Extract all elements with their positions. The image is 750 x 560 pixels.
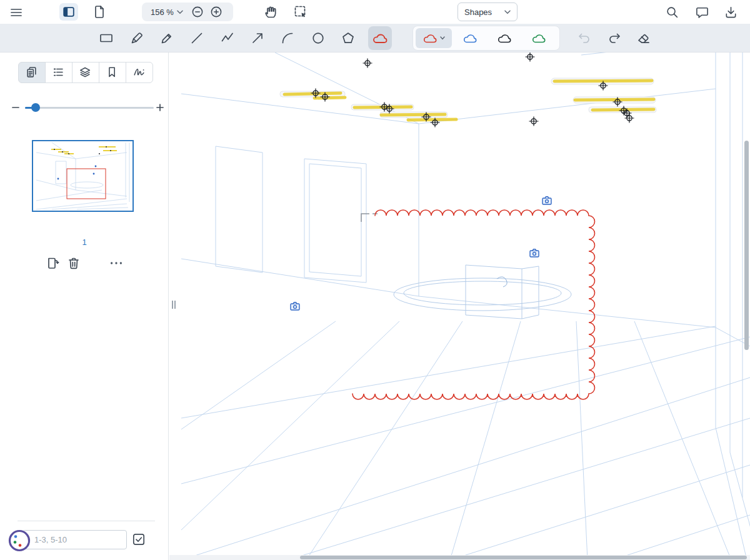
plus-icon — [155, 102, 165, 112]
thumbnail-zoom-in[interactable] — [155, 102, 165, 112]
page-range-input[interactable] — [22, 530, 127, 549]
search-button[interactable] — [665, 5, 679, 19]
tab-pages[interactable] — [18, 62, 46, 83]
arrow-icon — [250, 31, 265, 46]
bookmark-icon — [106, 66, 119, 79]
tab-layers[interactable] — [72, 62, 99, 83]
ellipsis-icon — [109, 256, 124, 271]
shapes-dropdown-label: Shapes — [464, 8, 492, 17]
ellipse-icon — [311, 31, 326, 46]
undo-button[interactable] — [576, 29, 593, 47]
more-options-button[interactable] — [109, 256, 124, 271]
document-icon — [92, 4, 107, 19]
cloud-color-red-button[interactable] — [416, 28, 452, 48]
tool-highlighter-button[interactable] — [156, 27, 178, 49]
page-thumbnail[interactable] — [32, 140, 134, 212]
tool-polygon-button[interactable] — [337, 27, 359, 49]
highlight-annotations[interactable] — [284, 81, 654, 120]
chevron-down-icon — [440, 36, 445, 40]
camera-annotations[interactable] — [291, 197, 551, 310]
rotate-page-icon — [45, 256, 60, 271]
pan-tool-button[interactable] — [263, 4, 278, 19]
trash-icon — [66, 256, 81, 271]
pan-hand-icon — [263, 4, 278, 19]
cloud-icon — [372, 32, 388, 44]
checkbox-check-icon — [131, 532, 146, 547]
cloud-color-green-button[interactable] — [522, 28, 555, 48]
comments-button[interactable] — [695, 5, 709, 19]
zoom-level-dropdown[interactable]: 156 % — [146, 8, 188, 17]
arc-icon — [280, 31, 295, 46]
tab-outline[interactable] — [45, 62, 72, 83]
tab-bookmarks[interactable] — [99, 62, 126, 83]
cloud-black-icon — [497, 33, 512, 44]
cad-wireframe — [181, 52, 750, 560]
marquee-select-icon — [293, 4, 308, 19]
color-palette-button[interactable] — [6, 528, 32, 554]
pen-icon — [129, 31, 144, 46]
tool-pen-button[interactable] — [126, 27, 148, 49]
zoom-in-button[interactable] — [207, 2, 226, 21]
menu-icon — [9, 5, 24, 20]
vertical-scrollbar-thumb[interactable] — [744, 141, 749, 350]
minus-icon — [11, 102, 21, 112]
palette-icon — [6, 528, 32, 554]
page-number-label: 1 — [0, 238, 169, 247]
horizontal-scrollbar-track[interactable] — [169, 555, 750, 560]
cloud-color-blue-button[interactable] — [454, 28, 486, 48]
search-icon — [665, 5, 679, 19]
zoom-out-icon — [191, 5, 204, 19]
cloud-blue-icon — [462, 33, 478, 44]
top-toolbar: 156 % Shapes — [0, 0, 750, 24]
polyline-icon — [220, 31, 235, 46]
tool-polyline-button[interactable] — [216, 27, 239, 49]
ink-signature-icon — [132, 66, 146, 79]
redo-icon — [607, 31, 622, 46]
delete-page-button[interactable] — [66, 256, 81, 271]
rectangle-icon — [99, 31, 114, 46]
pages-icon — [25, 66, 39, 79]
eraser-button[interactable] — [635, 29, 652, 47]
shapes-dropdown[interactable]: Shapes — [458, 2, 518, 21]
download-button[interactable] — [724, 5, 738, 19]
rotate-page-button[interactable] — [45, 256, 60, 271]
document-page — [181, 52, 750, 560]
tab-ink[interactable] — [126, 62, 153, 83]
left-sidebar: 1 — [0, 52, 169, 560]
cloud-green-icon — [531, 33, 546, 44]
shapes-toolbar — [0, 24, 750, 52]
thumbnail-zoom-out[interactable] — [11, 102, 21, 112]
sidebar-toggle-button[interactable] — [59, 3, 78, 21]
tool-arrow-button[interactable] — [246, 27, 269, 49]
zoom-in-icon — [209, 5, 223, 19]
zoom-level-value: 156 % — [151, 8, 174, 17]
tool-arc-button[interactable] — [276, 27, 299, 49]
horizontal-scrollbar-thumb[interactable] — [300, 556, 747, 559]
main-menu-button[interactable] — [9, 5, 24, 20]
download-icon — [724, 5, 738, 19]
cloud-red-icon — [422, 33, 438, 44]
chevron-down-icon — [177, 10, 183, 14]
outline-list-icon — [52, 66, 66, 79]
line-icon — [189, 31, 204, 46]
marquee-select-button[interactable] — [293, 4, 308, 19]
tool-ellipse-button[interactable] — [307, 27, 329, 49]
slider-knob[interactable] — [31, 103, 40, 112]
redo-button[interactable] — [606, 29, 623, 47]
sidebar-divider — [18, 521, 155, 521]
eraser-icon — [636, 31, 651, 46]
sidebar-resize-handle[interactable] — [172, 301, 176, 309]
zoom-out-button[interactable] — [188, 2, 207, 21]
pdf-annotation-app: 156 % Shapes — [0, 0, 750, 560]
thumbnail-size-slider[interactable] — [25, 107, 154, 109]
tool-cloud-button-selected[interactable] — [368, 26, 392, 50]
tool-rectangle-button[interactable] — [95, 27, 118, 49]
chevron-down-icon — [504, 10, 511, 14]
document-canvas[interactable] — [169, 52, 750, 560]
undo-icon — [577, 31, 592, 46]
cloud-color-black-button[interactable] — [488, 28, 521, 48]
apply-page-range-button[interactable] — [131, 532, 146, 547]
document-view-button[interactable] — [92, 4, 107, 19]
layers-icon — [79, 66, 92, 79]
tool-line-button[interactable] — [186, 27, 208, 49]
